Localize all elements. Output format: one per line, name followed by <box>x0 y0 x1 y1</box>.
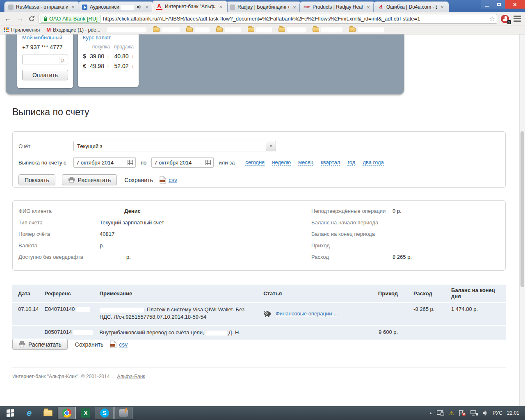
account-number: 40817 <box>100 230 114 238</box>
tab-audio[interactable]: Аудиозаписи × <box>78 1 154 12</box>
reload-button[interactable] <box>28 15 35 23</box>
bookmark-folder[interactable] <box>248 27 272 32</box>
category-link[interactable]: Финансовые операции ... <box>276 310 338 317</box>
date-to-input[interactable]: 7 октября 2014 <box>151 157 214 168</box>
bookmark-folder[interactable] <box>186 27 210 32</box>
period-week-link[interactable]: неделю <box>272 159 291 166</box>
calendar-icon[interactable] <box>205 160 211 165</box>
tab-close-icon[interactable]: × <box>439 4 445 10</box>
bookmark-folder[interactable] <box>216 27 241 32</box>
account-select[interactable]: Текущий з <box>73 141 266 151</box>
bookmark-folder[interactable] <box>278 27 306 32</box>
close-window-button[interactable]: × <box>505 0 525 9</box>
tab-close-icon[interactable]: × <box>144 4 150 10</box>
network-icon[interactable] <box>470 410 478 416</box>
pay-button[interactable]: Оплатить <box>22 70 68 80</box>
internet-explorer-icon: e <box>27 409 32 417</box>
tab-close-icon[interactable]: × <box>292 4 297 10</box>
tab-alfabank-active[interactable]: А Интернет-банк "Альфа- × <box>152 0 228 12</box>
csv-file-icon <box>110 340 116 348</box>
bookmark-gmail[interactable]: M Входящие (1) - pde... <box>46 27 100 33</box>
volume-icon[interactable] <box>482 410 488 416</box>
alfabank-footer-link[interactable]: Альфа-Банк <box>117 374 145 379</box>
account-type: Текущий зарплатный счёт <box>100 219 164 226</box>
tab-close-icon[interactable]: × <box>70 4 76 10</box>
period-today-link[interactable]: сегодня <box>245 159 265 166</box>
period-year-link[interactable]: год <box>347 159 355 166</box>
account-select-dropdown-button[interactable]: ▼ <box>266 141 276 151</box>
ev-certificate-badge[interactable]: ОАО Alfa-Bank [RU] <box>41 15 100 23</box>
print-button[interactable]: Распечатать <box>62 174 117 185</box>
csv-export-link-bottom[interactable]: csv <box>119 341 128 348</box>
bookmark-apps[interactable]: Приложения <box>4 27 40 33</box>
taskbar-internet-explorer[interactable]: e <box>20 407 38 419</box>
chrome-menu-button[interactable] <box>513 15 522 23</box>
tab-close-icon[interactable]: × <box>218 4 224 10</box>
bookmark-folder[interactable] <box>153 27 180 32</box>
period-quarter-link[interactable]: квартал <box>321 159 340 166</box>
summary-row: ФИО клиента Денис <box>18 207 311 215</box>
tab-radjay[interactable]: Radjay | Бодибилдинг ф × <box>226 1 301 12</box>
windows-logo-icon <box>7 409 14 417</box>
clock[interactable]: 22:01 <box>507 410 519 416</box>
transaction-row[interactable]: 07.10.14 E040710140 . Платеж в систему V… <box>12 303 506 325</box>
address-bar[interactable]: ОАО Alfa-Bank [RU] https://click.alfaban… <box>39 14 497 24</box>
taskbar-file-explorer[interactable] <box>39 407 57 419</box>
save-label: Сохранить <box>124 177 153 183</box>
piggy-bank-icon <box>263 310 272 317</box>
date-from-input[interactable]: 7 октября 2014 <box>73 157 136 168</box>
transaction-row[interactable]: B05071014 Внутрибанковский перевод со сч… <box>12 326 506 340</box>
back-button[interactable]: ← <box>3 14 12 23</box>
secure-desktop-icon[interactable] <box>437 410 444 416</box>
adblock-extension-button[interactable]: 2 <box>500 14 509 23</box>
minimize-button[interactable] <box>481 0 493 9</box>
up-arrow-icon: ↑ <box>107 63 110 69</box>
expense-total: 8 265 р. <box>393 253 412 261</box>
tab-title: RusMassa - отправка из <box>16 4 68 10</box>
taskbar-skype[interactable]: S <box>96 407 114 419</box>
tab-do4a[interactable]: 4 Ошибка | Do4a.com - В × <box>373 1 449 12</box>
taskbar-excel[interactable]: X <box>77 407 95 419</box>
page-scrollbar[interactable] <box>519 34 525 406</box>
csv-export-link[interactable]: csv <box>169 177 177 183</box>
period-two-years-link[interactable]: два года <box>363 159 383 166</box>
summary-label: ФИО клиента <box>18 207 100 215</box>
amount-input-wrap: р. <box>22 55 68 64</box>
usd-buy-value: 39.80 <box>90 53 104 59</box>
tab-rusmassa[interactable]: RusMassa - отправка из × <box>4 1 80 12</box>
player-favicon <box>82 5 87 10</box>
calendar-icon[interactable] <box>128 160 133 165</box>
scrollbar-thumb[interactable] <box>520 131 524 288</box>
bookmark-folder[interactable] <box>313 27 342 32</box>
show-button[interactable]: Показать <box>18 174 55 185</box>
taskbar-chrome[interactable] <box>58 407 76 419</box>
bookmark-redacted[interactable] <box>107 27 146 32</box>
warning-icon[interactable]: ⚠ <box>449 410 454 416</box>
bookmark-folder[interactable] <box>349 27 384 32</box>
tab-radjay-products[interactable]: RHP Products | Radjay Health × <box>299 1 375 12</box>
currency-rates-link[interactable]: Курс валют <box>83 34 111 41</box>
folder-icon <box>186 27 193 32</box>
my-mobile-link[interactable]: Мой мобильный <box>22 34 62 41</box>
tx-reference: B05071014 <box>39 326 94 340</box>
forward-button[interactable]: → <box>16 14 25 23</box>
action-center-flag-icon[interactable] <box>459 410 466 416</box>
tab-title: Products | Radjay Health <box>313 4 363 10</box>
tx-balance: 1 474.80 р. <box>445 303 506 325</box>
amount-input[interactable] <box>23 55 59 64</box>
start-button[interactable] <box>1 407 19 419</box>
tray-expand-icon[interactable]: ▲ <box>429 411 432 415</box>
down-arrow-icon: ↓ <box>131 53 134 59</box>
date-from-value: 7 октября 2014 <box>76 160 126 166</box>
url-text[interactable]: https://click.alfabank.ru/ALFAIBSR/faces… <box>103 16 488 22</box>
print-button-bottom[interactable]: Распечатать <box>12 339 68 350</box>
chrome-icon <box>62 409 71 418</box>
tx-category <box>258 326 365 340</box>
taskbar-game-app[interactable] <box>114 407 132 419</box>
ev-badge-label: ОАО Alfa-Bank [RU] <box>49 16 98 22</box>
tab-close-icon[interactable]: × <box>365 4 371 10</box>
language-indicator[interactable]: РУС <box>493 410 502 416</box>
period-month-link[interactable]: месяц <box>298 159 313 166</box>
bookmark-star-icon[interactable]: ☆ <box>489 15 495 23</box>
restore-button[interactable] <box>493 0 505 9</box>
